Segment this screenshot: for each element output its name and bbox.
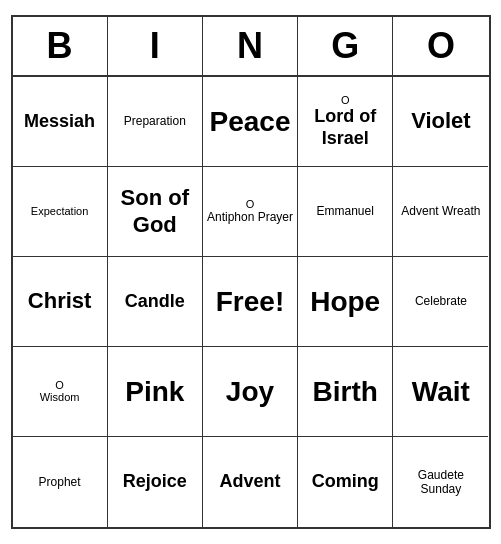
bingo-card: BINGO MessiahPreparationPeaceOLord of Is… bbox=[11, 15, 491, 529]
header-letter: O bbox=[393, 17, 488, 75]
cell-label: Expectation bbox=[31, 205, 88, 218]
bingo-cell: Free! bbox=[203, 257, 298, 347]
cell-label: Hope bbox=[310, 285, 380, 319]
bingo-cell: Prophet bbox=[13, 437, 108, 527]
bingo-cell: Violet bbox=[393, 77, 488, 167]
cell-label: Coming bbox=[312, 471, 379, 493]
bingo-cell: Rejoice bbox=[108, 437, 203, 527]
cell-label: Gaudete Sunday bbox=[397, 468, 484, 497]
bingo-cell: Emmanuel bbox=[298, 167, 393, 257]
bingo-cell: Coming bbox=[298, 437, 393, 527]
cell-label: Preparation bbox=[124, 114, 186, 128]
bingo-cell: Peace bbox=[203, 77, 298, 167]
bingo-grid: MessiahPreparationPeaceOLord of IsraelVi… bbox=[13, 77, 489, 527]
cell-label: Wait bbox=[412, 375, 470, 409]
bingo-cell: Son of God bbox=[108, 167, 203, 257]
bingo-cell: Advent bbox=[203, 437, 298, 527]
bingo-cell: Advent Wreath bbox=[393, 167, 488, 257]
cell-label: Candle bbox=[125, 291, 185, 313]
bingo-cell: Pink bbox=[108, 347, 203, 437]
header-letter: G bbox=[298, 17, 393, 75]
header-letter: B bbox=[13, 17, 108, 75]
bingo-cell: Wait bbox=[393, 347, 488, 437]
bingo-cell: Candle bbox=[108, 257, 203, 347]
cell-label: Emmanuel bbox=[317, 204, 374, 218]
cell-label: Advent Wreath bbox=[401, 204, 480, 218]
cell-label: Antiphon Prayer bbox=[207, 210, 293, 224]
bingo-cell: Birth bbox=[298, 347, 393, 437]
cell-label: Celebrate bbox=[415, 294, 467, 308]
bingo-cell: Preparation bbox=[108, 77, 203, 167]
bingo-cell: Joy bbox=[203, 347, 298, 437]
cell-label: Prophet bbox=[39, 475, 81, 489]
cell-label: Christ bbox=[28, 288, 92, 314]
bingo-cell: Messiah bbox=[13, 77, 108, 167]
cell-label: Messiah bbox=[24, 111, 95, 133]
bingo-cell: Christ bbox=[13, 257, 108, 347]
bingo-cell: OWisdom bbox=[13, 347, 108, 437]
bingo-cell: Expectation bbox=[13, 167, 108, 257]
cell-label: Son of God bbox=[112, 185, 198, 238]
cell-label: Violet bbox=[411, 108, 471, 134]
bingo-cell: OAntiphon Prayer bbox=[203, 167, 298, 257]
bingo-cell: Gaudete Sunday bbox=[393, 437, 488, 527]
cell-label: Free! bbox=[216, 285, 284, 319]
cell-label: Lord of Israel bbox=[302, 106, 388, 149]
cell-label: Birth bbox=[313, 375, 378, 409]
bingo-cell: OLord of Israel bbox=[298, 77, 393, 167]
bingo-header: BINGO bbox=[13, 17, 489, 77]
bingo-cell: Hope bbox=[298, 257, 393, 347]
bingo-cell: Celebrate bbox=[393, 257, 488, 347]
cell-label: Wisdom bbox=[40, 391, 80, 404]
cell-label: Peace bbox=[210, 105, 291, 139]
header-letter: I bbox=[108, 17, 203, 75]
header-letter: N bbox=[203, 17, 298, 75]
cell-label: Rejoice bbox=[123, 471, 187, 493]
cell-o-prefix: O bbox=[341, 94, 350, 106]
cell-o-prefix: O bbox=[246, 198, 255, 210]
cell-label: Joy bbox=[226, 375, 274, 409]
cell-label: Pink bbox=[125, 375, 184, 409]
cell-label: Advent bbox=[219, 471, 280, 493]
cell-o-prefix: O bbox=[55, 379, 64, 391]
